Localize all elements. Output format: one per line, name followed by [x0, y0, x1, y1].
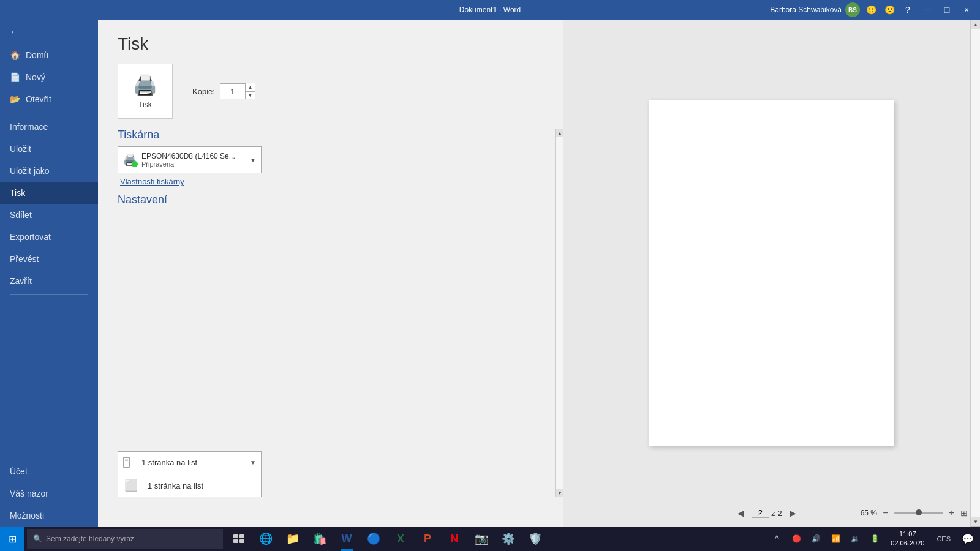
page-number-input[interactable] [752, 508, 769, 518]
sidebar-separator-1 [10, 113, 88, 113]
print-scroll-container: Tiskárna 🖨️ EPSON4630D8 (L4160 Se... Při… [98, 129, 564, 497]
copies-input[interactable] [221, 84, 245, 99]
svg-rect-43 [125, 459, 128, 460]
sidebar-item-vas-nazor[interactable]: Váš názor [0, 482, 98, 504]
tray-icon-network[interactable]: 📶 [827, 527, 844, 551]
sidebar-item-exportovat[interactable]: Exportovat [0, 226, 98, 248]
taskbar-security[interactable]: 🛡️ [522, 527, 549, 551]
main-area: ← 🏠 Domů 📄 Nový 📂 Otevřít Informace Ulož… [0, 20, 980, 527]
taskbar-taskview[interactable] [225, 527, 252, 551]
tray-icon-1[interactable]: 🔴 [788, 527, 805, 551]
sidebar-item-ulozit-jako[interactable]: Uložit jako [0, 160, 98, 182]
taskbar-netflix[interactable]: N [441, 527, 468, 551]
next-page-button[interactable]: ▶ [787, 507, 799, 519]
printer-ready-indicator [132, 161, 138, 167]
tray-icon-volume[interactable]: 🔉 [846, 527, 864, 551]
preview-scrollbar: ▲ ▼ [970, 20, 980, 527]
user-info: Barbora Schwabiková BS [770, 2, 860, 17]
help-icon[interactable]: ? [899, 1, 916, 18]
pages-selected-icon [123, 457, 137, 468]
preview-scroll-track [971, 29, 980, 517]
sidebar-item-domu[interactable]: 🏠 Domů [0, 44, 98, 66]
print-settings: Tiskárna 🖨️ EPSON4630D8 (L4160 Se... Při… [98, 129, 555, 497]
sidebar-item-ucet[interactable]: Účet [0, 460, 98, 482]
user-name: Barbora Schwabiková [770, 6, 842, 14]
vlastnosti-link[interactable]: Vlastnosti tiskárny [120, 177, 535, 186]
zoom-controls: 65 % − + ⊞ [861, 507, 968, 519]
scroll-track [556, 137, 564, 489]
taskbar-camera[interactable]: 📷 [468, 527, 495, 551]
system-tray-expand[interactable]: ^ [768, 527, 785, 551]
pages-1-icon: ⬜ [124, 479, 141, 492]
new-doc-icon: 📄 [10, 72, 20, 82]
copies-up-button[interactable]: ▲ [246, 83, 255, 92]
taskbar-word[interactable]: W [333, 527, 360, 551]
zoom-in-button[interactable]: + [946, 507, 958, 519]
sidebar-nav: 🏠 Domů 📄 Nový 📂 Otevřít Informace Uložit… [0, 44, 98, 527]
nastaveni-section: Nastavení ⬜ 1 stránka na list [118, 193, 535, 487]
taskbar-ces-label[interactable]: CES [932, 535, 956, 542]
zoom-fit-button[interactable]: ⊞ [960, 508, 968, 518]
svg-rect-46 [239, 534, 244, 538]
sidebar-item-ulozit[interactable]: Uložit [0, 138, 98, 160]
taskbar-chrome[interactable]: 🔵 [360, 527, 387, 551]
taskbar-time[interactable]: 11:07 02.06.2020 [886, 530, 929, 549]
dropdown-arrow-icon: ▼ [250, 459, 256, 466]
taskbar-edge[interactable]: 🌐 [252, 527, 279, 551]
print-area: Tisk 🖨️ Tisk Kopie: ▲ ▼ [98, 20, 564, 527]
printer-select[interactable]: 🖨️ EPSON4630D8 (L4160 Se... Připravena ▼ [118, 146, 262, 173]
pages-dropdown-container: ⬜ 1 stránka na list [118, 451, 262, 473]
title: Dokument1 - Word [459, 6, 521, 14]
maximize-button[interactable]: □ [938, 1, 956, 18]
sidebar-back-button[interactable]: ← [0, 20, 98, 44]
copies-down-button[interactable]: ▼ [246, 92, 255, 100]
notification-button[interactable]: 💬 [958, 527, 978, 551]
sidebar-item-prevest[interactable]: Převést [0, 248, 98, 270]
pages-option-1[interactable]: ⬜ 1 stránka na list [118, 473, 261, 497]
sidebar-item-sdilet[interactable]: Sdílet [0, 204, 98, 226]
pages-selected-container: 1 stránka na list ▼ [118, 451, 262, 473]
print-button-container: 🖨️ Tisk [118, 64, 173, 119]
printer-section: Tiskárna 🖨️ EPSON4630D8 (L4160 Se... Při… [118, 129, 535, 186]
taskbar-excel[interactable]: X [387, 527, 414, 551]
print-button[interactable]: 🖨️ Tisk [118, 64, 173, 119]
emoji-sad-icon[interactable]: 🙁 [881, 1, 898, 18]
preview-scroll-down-button[interactable]: ▼ [971, 517, 980, 527]
zoom-out-button[interactable]: − [880, 507, 892, 519]
sidebar-item-zavrit[interactable]: Zavřít [0, 270, 98, 292]
close-button[interactable]: × [958, 1, 975, 18]
settings-scrollbar: ▲ ▼ [555, 129, 564, 497]
emoji-happy-icon[interactable]: 🙂 [862, 1, 880, 18]
minimize-button[interactable]: − [919, 1, 936, 18]
sidebar-item-novy[interactable]: 📄 Nový [0, 66, 98, 88]
pages-selected[interactable]: 1 stránka na list ▼ [118, 451, 262, 473]
print-top-row: 🖨️ Tisk Kopie: ▲ ▼ [118, 64, 544, 119]
printer-status: Připravena [141, 160, 245, 168]
svg-rect-45 [233, 534, 238, 538]
taskbar-store[interactable]: 🛍️ [306, 527, 333, 551]
taskbar-powerpoint[interactable]: P [414, 527, 441, 551]
copies-label: Kopie: [192, 87, 215, 96]
sidebar-item-tisk[interactable]: Tisk [0, 182, 98, 204]
scroll-down-button[interactable]: ▼ [556, 489, 564, 497]
preview-area: ▲ ▼ ◀ z 2 ▶ 65 % − + ⊞ [564, 20, 980, 527]
copies-spinners: ▲ ▼ [245, 83, 255, 99]
taskbar-explorer[interactable]: 📁 [279, 527, 306, 551]
start-button[interactable]: ⊞ [0, 527, 24, 551]
preview-scroll-up-button[interactable]: ▲ [971, 20, 980, 29]
page-indicator: z 2 [752, 508, 782, 518]
scroll-up-button[interactable]: ▲ [556, 129, 564, 137]
tiskarna-title: Tiskárna [118, 129, 535, 141]
tray-icon-battery[interactable]: 🔋 [866, 527, 883, 551]
zoom-slider[interactable] [894, 512, 943, 514]
sidebar-item-otevrit[interactable]: 📂 Otevřít [0, 88, 98, 110]
prev-page-button[interactable]: ◀ [735, 507, 747, 519]
taskbar-search[interactable]: 🔍 Sem zadejte hledaný výraz [27, 529, 223, 549]
sidebar-item-moznosti[interactable]: Možnosti [0, 504, 98, 527]
sidebar-item-informace[interactable]: Informace [0, 116, 98, 138]
back-arrow-icon: ← [10, 27, 18, 37]
svg-rect-47 [233, 539, 238, 543]
taskbar-settings[interactable]: ⚙️ [495, 527, 522, 551]
preview-paper [649, 100, 894, 446]
tray-icon-2[interactable]: 🔊 [807, 527, 824, 551]
